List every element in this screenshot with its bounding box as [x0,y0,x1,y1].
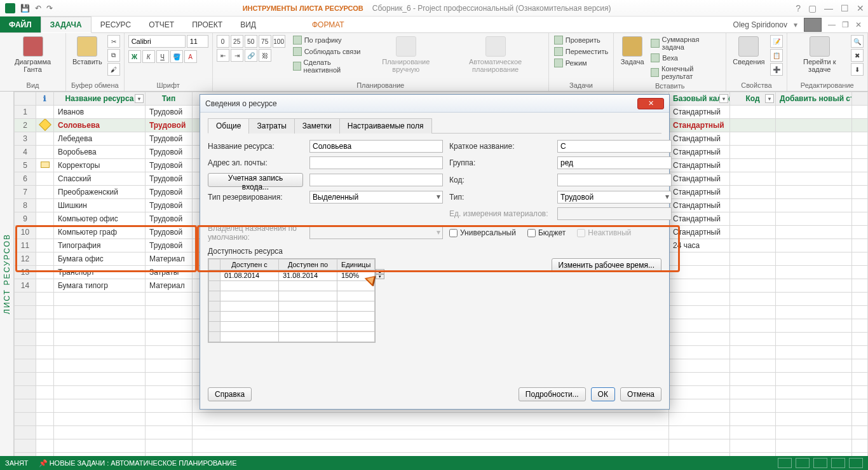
calendar-cell[interactable]: Стандартный [669,212,730,226]
name-cell[interactable]: Лебедева [54,132,146,146]
code-cell[interactable] [730,279,776,293]
addcol-cell[interactable] [776,119,852,132]
name-cell[interactable]: Шишкин [54,199,146,212]
mode-button[interactable]: Режим [553,58,609,68]
tab-custom[interactable]: Настраиваемые поля [339,118,432,134]
code-cell[interactable] [730,252,776,266]
view-shortcut-2[interactable] [796,458,810,468]
respect-links-button[interactable]: Соблюдать связи [292,46,366,57]
help-button[interactable]: Справка [208,387,252,401]
maximize-icon[interactable]: ☐ [841,3,849,13]
calendar-cell[interactable]: 24 часа [669,239,730,252]
row-number[interactable]: 2 [15,119,36,132]
row-number[interactable]: 3 [15,132,36,146]
gantt-chart-button[interactable]: Диаграмма Ганта [4,35,62,74]
link-button[interactable]: 🔗 [245,49,257,62]
addcol-cell[interactable] [776,186,852,199]
type-cell[interactable]: Затраты [146,266,193,279]
code-cell[interactable] [730,132,776,146]
type-cell[interactable]: Трудовой [146,146,193,159]
fill-color-button[interactable]: 🪣 [170,50,183,63]
name-cell[interactable]: Компьютер граф [54,226,146,239]
avail-to-header[interactable]: Доступен по [279,259,337,270]
group-input[interactable] [557,156,672,169]
font-color-button[interactable]: А [184,50,197,63]
type-cell[interactable]: Трудовой [146,132,193,146]
table-row-empty[interactable] [15,426,868,439]
milestone-button[interactable]: Веха [649,53,722,63]
type-cell[interactable]: Трудовой [146,199,193,212]
addcol-cell[interactable] [776,226,852,239]
cal-header[interactable]: Базовый календарь▾ [669,92,730,106]
notes-button[interactable]: 📝 [770,35,783,48]
cut-button[interactable]: ✂ [107,35,120,48]
on-schedule-button[interactable]: По графику [292,35,366,45]
app-icon[interactable] [5,3,15,13]
view-shortcut-4[interactable] [831,458,845,468]
pct75-button[interactable]: 75 [259,35,271,48]
type-cell[interactable]: Трудовой [146,159,193,172]
booking-select[interactable] [309,191,443,204]
name-cell[interactable]: Соловьева [54,119,146,132]
table-row-empty[interactable] [15,413,868,426]
help-icon[interactable]: ? [796,3,801,13]
copy-button[interactable]: ⧉ [107,49,120,62]
clear-button[interactable]: ✖ [851,49,864,62]
tab-general[interactable]: Общие [208,118,249,134]
inactivate-button[interactable]: Сделать неактивной [292,58,366,74]
budget-checkbox[interactable]: Бюджет [527,228,566,237]
name-cell[interactable]: Компьютер офис [54,212,146,226]
inspect-button[interactable]: Проверить [553,35,609,45]
type-cell[interactable]: Трудовой [146,119,193,132]
code-header[interactable]: Код▾ [730,92,776,106]
row-number[interactable]: 6 [15,172,36,186]
ok-button[interactable]: ОК [591,387,615,401]
avail-to-cell[interactable]: 31.08.2014 [279,270,337,281]
availability-table[interactable]: Доступен с Доступен по Единицы 01.08.201… [208,258,376,343]
timeline-add-button[interactable]: ➕ [770,63,783,76]
row-number[interactable]: 11 [15,239,36,252]
window-close-icon[interactable]: ✕ [855,20,862,29]
cancel-button[interactable]: Отмена [620,387,661,401]
paste-button[interactable]: Вставить [70,35,105,67]
row-number[interactable]: 9 [15,212,36,226]
addcol-cell[interactable] [776,132,852,146]
addcol-cell[interactable] [776,252,852,266]
pct50-button[interactable]: 50 [245,35,257,48]
dialog-titlebar[interactable]: Сведения о ресурсе ✕ [200,95,669,113]
addcol-cell[interactable] [776,279,852,293]
save-icon[interactable]: 💾 [20,4,30,13]
row-number[interactable]: 12 [15,252,36,266]
indent-button[interactable]: ⇥ [231,49,243,62]
short-input[interactable] [557,140,672,153]
tab-format[interactable]: ФОРМАТ [303,17,353,32]
ribbon-options-icon[interactable]: ▢ [808,3,817,13]
type-cell[interactable]: Трудовой [146,186,193,199]
code-cell[interactable] [730,212,776,226]
code-cell[interactable] [730,119,776,132]
email-input[interactable] [309,156,443,169]
name-input[interactable] [309,140,443,153]
code-cell[interactable] [730,172,776,186]
type-cell[interactable]: Трудовой [146,239,193,252]
type-select[interactable] [557,191,672,204]
view-shortcut-3[interactable] [813,458,827,468]
avail-from-header[interactable]: Доступен с [220,259,279,270]
name-cell[interactable]: Преображенский [54,186,146,199]
scroll-to-task-button[interactable]: Перейти к задаче [791,35,849,74]
manual-schedule-button[interactable]: Планирование вручную [368,35,444,74]
calendar-cell[interactable]: Стандартный [669,199,730,212]
pct0-button[interactable]: 0 [217,35,229,48]
code-cell[interactable] [730,239,776,252]
addcol-cell[interactable] [776,212,852,226]
code-cell[interactable] [730,199,776,212]
addcol-cell[interactable] [776,172,852,186]
corner-cell[interactable] [15,92,36,106]
window-restore-icon[interactable]: ❐ [842,20,849,29]
tab-costs[interactable]: Затраты [248,118,294,134]
code-cell[interactable] [730,186,776,199]
tab-project[interactable]: ПРОЕКТ [183,17,231,32]
code-cell[interactable] [730,226,776,239]
bold-button[interactable]: Ж [128,50,141,63]
calendar-cell[interactable]: Стандартный [669,226,730,239]
